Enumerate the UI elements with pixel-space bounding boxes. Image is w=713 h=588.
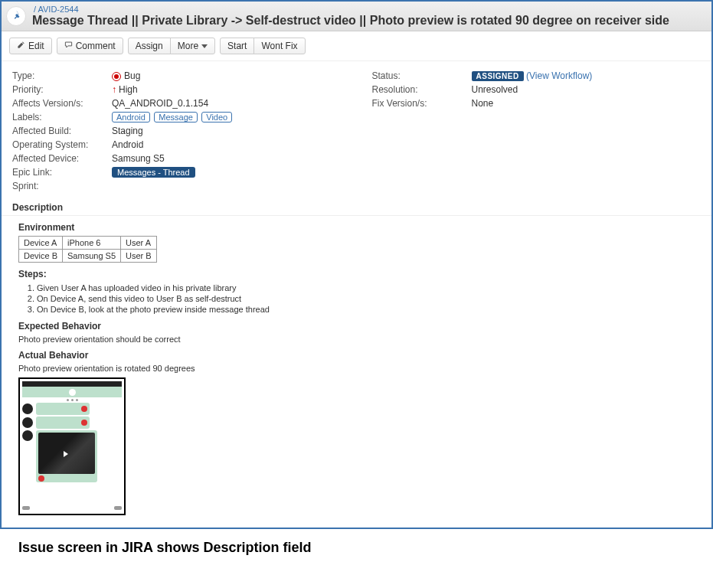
- env-cell: iPhone 6: [63, 237, 121, 250]
- device-value: Samsung S5: [112, 153, 342, 164]
- list-item: Given User A has uploaded video in his p…: [37, 283, 701, 293]
- actual-heading: Actual Behavior: [18, 350, 701, 361]
- input-icon: [114, 506, 122, 510]
- label-tag[interactable]: Video: [201, 112, 232, 122]
- status-badge: ASSIGNED: [472, 71, 524, 81]
- details-right-col: Status: ASSIGNED (View Workflow) Resolut…: [372, 69, 702, 193]
- epic-label: Epic Link:: [12, 167, 112, 178]
- selfdestruct-icon: [38, 475, 44, 482]
- steps-list: Given User A has uploaded video in his p…: [18, 283, 701, 315]
- env-cell: Device A: [19, 237, 63, 250]
- workflow-group: Start Wont Fix: [220, 38, 305, 54]
- os-value: Android: [112, 139, 342, 150]
- expected-heading: Expected Behavior: [18, 321, 701, 332]
- pencil-icon: [17, 41, 25, 51]
- sprint-label: Sprint:: [12, 181, 112, 191]
- comment-label: Comment: [76, 41, 116, 51]
- phone-statusbar: [22, 381, 122, 387]
- list-item: On Device A, send this video to User B a…: [37, 293, 701, 304]
- breadcrumb-sep: /: [34, 5, 36, 14]
- resolution-label: Resolution:: [372, 84, 472, 95]
- field-build: Affected Build: Staging: [12, 124, 342, 138]
- avatar-icon: [22, 403, 33, 414]
- affects-label: Affects Version/s:: [12, 98, 112, 109]
- field-sprint: Sprint:: [12, 179, 342, 193]
- input-icon: [22, 506, 30, 510]
- phone-inputbar: [22, 504, 122, 511]
- rotated-photo-preview: [38, 433, 95, 474]
- labels-value: Android Message Video: [112, 112, 342, 122]
- expected-text: Photo preview orientation should be corr…: [18, 335, 701, 344]
- field-fixversion: Fix Version/s: None: [372, 96, 702, 110]
- list-item: On Device B, look at the photo preview i…: [37, 304, 701, 315]
- sprint-value: [112, 181, 342, 191]
- message-row: [22, 403, 122, 415]
- edit-label: Edit: [28, 41, 44, 51]
- field-resolution: Resolution: Unresolved: [372, 83, 702, 96]
- status-value: ASSIGNED (View Workflow): [472, 70, 702, 81]
- label-tag[interactable]: Message: [154, 112, 198, 122]
- description-heading: Description: [2, 198, 711, 216]
- epic-link-tag[interactable]: Messages - Thread: [112, 167, 195, 178]
- details-left-col: Type: Bug Priority: ↑High Affects Versio…: [12, 69, 342, 193]
- field-epic: Epic Link: Messages - Thread: [12, 165, 342, 179]
- breadcrumb[interactable]: / AVID-2544: [32, 5, 707, 14]
- comment-icon: [64, 41, 73, 51]
- action-toolbar: Edit Comment Assign More Start Wont Fix: [2, 31, 711, 61]
- actual-text: Photo preview orientation is rotated 90 …: [18, 364, 701, 373]
- field-os: Operating System: Android: [12, 138, 342, 152]
- steps-heading: Steps:: [18, 269, 701, 279]
- label-tag[interactable]: Android: [112, 112, 150, 122]
- fixver-value: None: [472, 98, 702, 109]
- avatar-icon: [22, 430, 33, 441]
- field-priority: Priority: ↑High: [12, 83, 342, 96]
- issue-details: Type: Bug Priority: ↑High Affects Versio…: [2, 61, 711, 198]
- labels-label: Labels:: [12, 112, 112, 122]
- type-value: Bug: [112, 70, 342, 81]
- assign-button[interactable]: Assign: [128, 38, 171, 54]
- more-dropdown[interactable]: More: [170, 38, 215, 54]
- priority-value: ↑High: [112, 84, 342, 95]
- issue-header: / AVID-2544 Message Thread || Private Li…: [2, 2, 711, 31]
- phone-appbar: [22, 387, 122, 397]
- message-row: [22, 430, 122, 482]
- project-avatar-icon[interactable]: [6, 6, 26, 26]
- type-label: Type:: [12, 70, 112, 81]
- os-label: Operating System:: [12, 139, 112, 150]
- jira-issue-window: / AVID-2544 Message Thread || Private Li…: [0, 0, 713, 529]
- svg-point-0: [17, 12, 18, 14]
- priority-label: Priority:: [12, 84, 112, 95]
- status-label: Status:: [372, 70, 472, 81]
- assign-more-group: Assign More: [128, 38, 215, 54]
- edit-button[interactable]: Edit: [9, 38, 52, 54]
- build-label: Affected Build:: [12, 126, 112, 136]
- chevron-down-icon: [201, 44, 208, 48]
- issue-key-link[interactable]: AVID-2544: [38, 5, 79, 14]
- env-cell: User A: [121, 237, 157, 250]
- video-bubble: [36, 430, 97, 482]
- env-cell: Samsung S5: [63, 250, 121, 263]
- environment-table: Device A iPhone 6 User A Device B Samsun…: [18, 236, 157, 263]
- device-label: Affected Device:: [12, 153, 112, 164]
- attached-screenshot[interactable]: [18, 377, 126, 515]
- message-row: [22, 416, 122, 429]
- avatar-icon: [69, 389, 76, 396]
- message-bubble: [36, 416, 90, 429]
- field-status: Status: ASSIGNED (View Workflow): [372, 69, 702, 83]
- field-labels: Labels: Android Message Video: [12, 110, 342, 124]
- view-workflow-link[interactable]: (View Workflow): [526, 70, 592, 81]
- epic-value: Messages - Thread: [112, 167, 342, 178]
- affects-value: QA_ANDROID_0.1.154: [112, 98, 342, 109]
- field-type: Type: Bug: [12, 69, 342, 83]
- comment-button[interactable]: Comment: [57, 38, 123, 54]
- field-affects-version: Affects Version/s: QA_ANDROID_0.1.154: [12, 96, 342, 110]
- wontfix-button[interactable]: Wont Fix: [253, 38, 305, 54]
- description-body: Environment Device A iPhone 6 User A Dev…: [2, 222, 711, 528]
- start-button[interactable]: Start: [220, 38, 254, 54]
- resolution-value: Unresolved: [472, 84, 702, 95]
- more-label: More: [178, 41, 198, 51]
- loading-dots-icon: [22, 399, 122, 401]
- environment-heading: Environment: [18, 222, 701, 233]
- priority-high-icon: ↑: [112, 84, 116, 95]
- env-cell: Device B: [19, 250, 63, 263]
